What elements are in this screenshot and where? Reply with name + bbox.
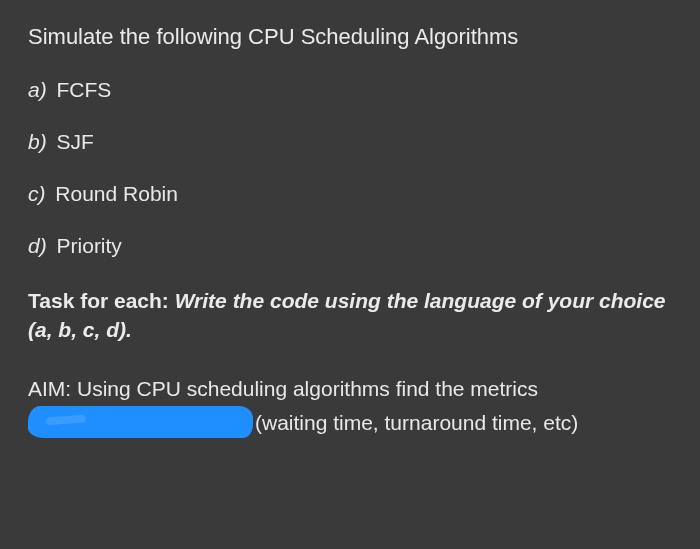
aim-line2-text: (waiting time, turnaround time, etc) bbox=[255, 407, 578, 439]
task-instruction: Task for each: Write the code using the … bbox=[28, 286, 672, 345]
redaction-highlight bbox=[28, 406, 253, 438]
list-item: b) SJF bbox=[28, 130, 672, 154]
list-letter-a: a) bbox=[28, 78, 47, 101]
page-title: Simulate the following CPU Scheduling Al… bbox=[28, 24, 672, 50]
list-letter-b: b) bbox=[28, 130, 47, 153]
aim-line2: (waiting time, turnaround time, etc) bbox=[28, 406, 672, 438]
list-item: a) FCFS bbox=[28, 78, 672, 102]
list-letter-d: d) bbox=[28, 234, 47, 257]
aim-block: AIM: Using CPU scheduling algorithms fin… bbox=[28, 373, 672, 439]
list-item: c) Round Robin bbox=[28, 182, 672, 206]
list-text-c: Round Robin bbox=[55, 182, 178, 205]
list-letter-c: c) bbox=[28, 182, 46, 205]
list-text-a: FCFS bbox=[57, 78, 112, 101]
list-item: d) Priority bbox=[28, 234, 672, 258]
task-label: Task for each: bbox=[28, 289, 175, 312]
list-text-b: SJF bbox=[57, 130, 94, 153]
aim-line1: AIM: Using CPU scheduling algorithms fin… bbox=[28, 373, 672, 405]
list-text-d: Priority bbox=[57, 234, 122, 257]
